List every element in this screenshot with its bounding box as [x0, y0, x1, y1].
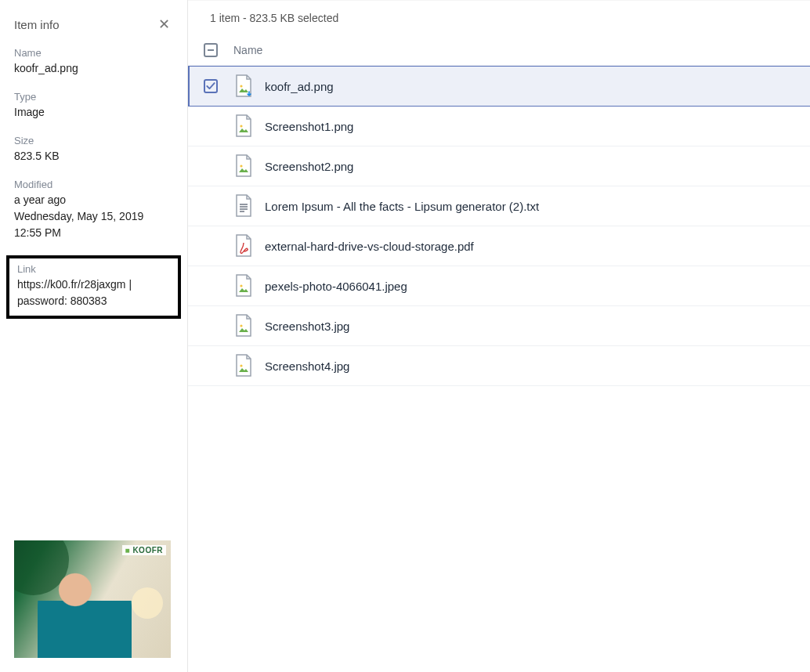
text-file-icon [233, 194, 254, 218]
file-row[interactable]: Screenshot1.png [188, 107, 810, 146]
link-value[interactable]: https://k00.fr/r28jaxgm | password: 8803… [17, 276, 170, 309]
link-label: Link [17, 263, 170, 275]
file-row[interactable]: Screenshot2.png [188, 146, 810, 186]
file-row[interactable]: Lorem Ipsum - All the facts - Lipsum gen… [188, 186, 810, 226]
file-name: koofr_ad.png [265, 80, 334, 93]
pdf-file-icon [233, 234, 254, 258]
row-checkbox[interactable] [204, 79, 218, 93]
size-value: 823.5 KB [14, 148, 173, 164]
table-header: Name [188, 35, 810, 65]
image-file-icon [233, 314, 254, 338]
highlight-box: Link https://k00.fr/r28jaxgm | password:… [6, 255, 181, 319]
indeterminate-icon [208, 49, 214, 51]
image-file-icon [233, 354, 254, 378]
file-name: Screenshot4.jpg [265, 359, 349, 373]
image-file-icon [233, 154, 254, 178]
select-all-checkbox[interactable] [204, 43, 218, 57]
close-icon[interactable]: ✕ [155, 16, 173, 33]
modified-label: Modified [14, 179, 173, 190]
modified-absolute: Wednesday, May 15, 2019 12:55 PM [14, 208, 173, 241]
image-file-icon [233, 274, 254, 298]
file-row[interactable]: koofr_ad.png [188, 66, 810, 107]
file-row[interactable]: Screenshot3.jpg [188, 306, 810, 346]
file-row[interactable]: pexels-photo-4066041.jpeg [188, 266, 810, 306]
file-name: Screenshot3.jpg [265, 320, 349, 333]
selection-summary: 1 item - 823.5 KB selected [188, 1, 810, 35]
brand-label: KOOFR [132, 546, 163, 555]
type-label: Type [14, 91, 173, 103]
file-name: Screenshot1.png [265, 120, 353, 133]
file-row[interactable]: external-hard-drive-vs-cloud-storage.pdf [188, 226, 810, 266]
name-value: koofr_ad.png [14, 60, 173, 77]
image-file-icon [233, 114, 254, 138]
item-info-panel: Item info ✕ Name koofr_ad.png Type Image… [0, 0, 188, 672]
file-row[interactable]: Screenshot4.jpg [188, 346, 810, 386]
file-name: external-hard-drive-vs-cloud-storage.pdf [265, 240, 474, 253]
file-name: Screenshot2.png [265, 160, 353, 173]
file-name: Lorem Ipsum - All the facts - Lipsum gen… [265, 200, 539, 213]
thumbnail-preview[interactable]: ■ KOOFR [14, 540, 171, 658]
panel-title: Item info [14, 18, 60, 31]
name-label: Name [14, 47, 173, 59]
size-label: Size [14, 135, 173, 146]
file-name: pexels-photo-4066041.jpeg [265, 280, 407, 293]
column-name[interactable]: Name [233, 44, 262, 56]
image-file-icon [233, 74, 254, 98]
brand-icon: ■ [125, 546, 131, 555]
file-list-panel: 1 item - 823.5 KB selected Name koofr_ad… [188, 0, 810, 672]
file-rows: koofr_ad.pngScreenshot1.pngScreenshot2.p… [188, 65, 810, 386]
modified-relative: a year ago [14, 192, 173, 208]
type-value: Image [14, 104, 173, 121]
